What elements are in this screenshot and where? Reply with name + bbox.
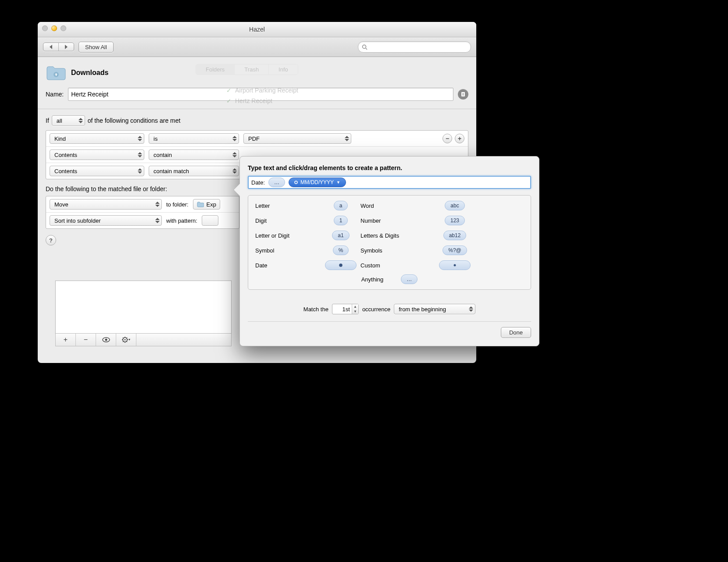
eye-icon <box>102 337 110 342</box>
token-symbols[interactable]: %?@ <box>443 245 467 255</box>
token-date[interactable] <box>325 260 357 270</box>
stepper-arrows[interactable]: ▲▼ <box>352 304 358 314</box>
svg-line-3 <box>366 48 367 50</box>
match-mode-value: all <box>57 117 62 124</box>
add-condition-button[interactable]: + <box>455 134 464 143</box>
show-all-button[interactable]: Show All <box>79 42 114 53</box>
chevron-updown-icon <box>138 136 142 141</box>
rule-preview-button[interactable] <box>458 89 468 100</box>
document-icon <box>460 92 466 97</box>
chevron-updown-icon <box>232 136 237 141</box>
chevron-updown-icon <box>138 152 142 157</box>
token-word[interactable]: abc <box>445 201 464 210</box>
chevron-updown-icon <box>232 152 237 157</box>
occurrence-stepper[interactable]: ▲▼ <box>332 304 359 314</box>
condition-sentence: If all of the following conditions are m… <box>46 115 468 126</box>
match-the-label: Match the <box>303 306 328 313</box>
rules-list-panel <box>55 281 232 334</box>
folder-icon <box>197 201 204 207</box>
date-format-token[interactable]: MM/DD/YYYY ▼ <box>289 178 346 187</box>
folder-title: Downloads <box>71 69 108 77</box>
svg-marker-22 <box>128 339 130 341</box>
ghost-rule: Airport Parking Receipt <box>235 87 298 94</box>
help-button[interactable]: ? <box>46 235 56 245</box>
nav-forward-button[interactable] <box>59 43 74 51</box>
token-letter-or-digit[interactable]: a1 <box>332 231 349 240</box>
actions-box: Move to folder: Exp Sort into subfolder … <box>46 196 239 229</box>
circle-icon <box>339 263 343 267</box>
close-window-button[interactable] <box>42 25 48 31</box>
done-button[interactable]: Done <box>501 327 531 338</box>
popover-heading: Type text and click/drag elements to cre… <box>248 164 531 171</box>
token-label-letter: Letter <box>255 203 321 209</box>
minimize-window-button[interactable] <box>51 25 57 31</box>
chevron-updown-icon <box>138 168 142 174</box>
occurrence-from-popup[interactable]: from the beginning <box>394 304 475 314</box>
action-type-popup[interactable]: Move <box>50 199 162 210</box>
svg-point-25 <box>454 264 456 267</box>
svg-point-11 <box>105 339 107 341</box>
condition-op-popup[interactable]: is <box>149 133 239 144</box>
chevron-updown-icon <box>155 202 160 207</box>
token-label-symbol: Symbol <box>255 247 321 254</box>
action-row: Move to folder: Exp <box>46 196 239 213</box>
zoom-window-button[interactable] <box>61 25 66 31</box>
chevron-down-icon: ▼ <box>352 309 358 314</box>
token-label-word: Word <box>360 203 435 209</box>
token-digit[interactable]: 1 <box>334 216 348 225</box>
remove-rule-button[interactable]: − <box>76 334 96 346</box>
token-label-letter-or-digit: Letter or Digit <box>255 232 321 239</box>
action-type-popup[interactable]: Sort into subfolder <box>50 215 162 226</box>
toolbar: Show All <box>38 37 476 57</box>
search-input[interactable] <box>370 43 467 51</box>
match-occurrence-row: Match the ▲▼ occurrence from the beginni… <box>248 298 531 314</box>
rule-actions-menu[interactable] <box>116 334 136 346</box>
token-label-anything: Anything <box>361 276 384 283</box>
folder-icon <box>46 64 67 82</box>
token-symbol[interactable]: % <box>333 245 349 255</box>
token-custom[interactable] <box>439 260 471 270</box>
svg-point-23 <box>295 181 297 184</box>
nav-back-button[interactable] <box>43 43 58 51</box>
token-letter[interactable]: a <box>334 201 348 210</box>
token-label-date: Date <box>255 262 321 269</box>
nav-back-forward <box>43 43 74 51</box>
titlebar: Hazel <box>38 22 476 37</box>
chevron-updown-icon <box>345 136 349 141</box>
chevron-updown-icon <box>79 118 83 123</box>
occurrence-value[interactable] <box>332 306 352 313</box>
remove-condition-button[interactable]: − <box>443 134 452 143</box>
search-icon <box>362 44 368 50</box>
ghost-rule: Hertz Receipt <box>235 97 272 104</box>
condition-op-popup[interactable]: contain match <box>149 166 239 176</box>
chevron-down-icon: ▼ <box>336 180 340 185</box>
window-title: Hazel <box>38 26 476 33</box>
preview-rule-button[interactable] <box>96 334 116 346</box>
circle-icon <box>294 181 298 184</box>
condition-attr-popup[interactable]: Contents <box>50 166 144 176</box>
if-suffix: of the following conditions are met <box>88 117 181 124</box>
pattern-field[interactable]: Date: … MM/DD/YYYY ▼ <box>248 176 531 189</box>
action-folder-popup[interactable]: Exp <box>193 199 220 210</box>
chevron-updown-icon <box>155 218 160 223</box>
action-mid-label: with pattern: <box>166 217 197 224</box>
condition-val-popup[interactable]: PDF <box>243 133 351 144</box>
token-letters-digits[interactable]: ab12 <box>443 231 467 240</box>
search-field[interactable] <box>358 41 471 53</box>
condition-attr-popup[interactable]: Kind <box>50 133 144 144</box>
check-icon: ✓ <box>226 87 232 94</box>
token-anything[interactable]: … <box>401 274 418 284</box>
condition-attr-popup[interactable]: Contents <box>50 149 144 160</box>
token-number[interactable]: 123 <box>445 216 465 225</box>
check-icon: ✓ <box>226 97 232 104</box>
traffic-lights <box>42 25 66 31</box>
occurrence-label: occurrence <box>362 306 390 313</box>
ghost-tabs: Folders Trash Info <box>196 64 298 75</box>
condition-op-popup[interactable]: contain <box>149 149 239 160</box>
token-label-digit: Digit <box>255 217 321 224</box>
token-label-symbols: Symbols <box>360 247 435 254</box>
match-mode-popup[interactable]: all <box>52 115 85 126</box>
existing-token[interactable]: … <box>268 178 285 187</box>
action-pattern-field[interactable] <box>202 215 218 226</box>
add-rule-button[interactable]: + <box>56 334 76 346</box>
